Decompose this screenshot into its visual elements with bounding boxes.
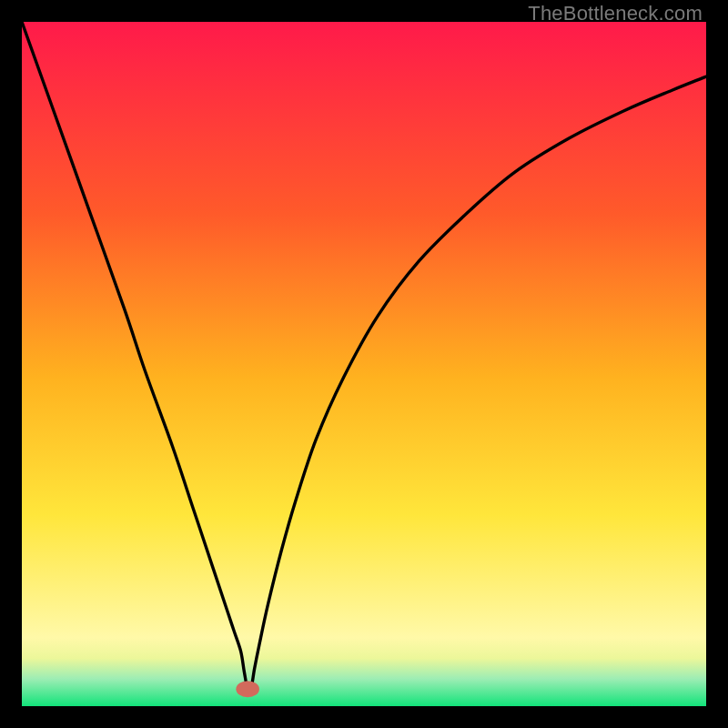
- gradient-background: [22, 22, 706, 706]
- optimum-marker: [236, 681, 259, 697]
- chart-svg: [22, 22, 706, 706]
- chart-frame: TheBottleneck.com: [0, 0, 728, 728]
